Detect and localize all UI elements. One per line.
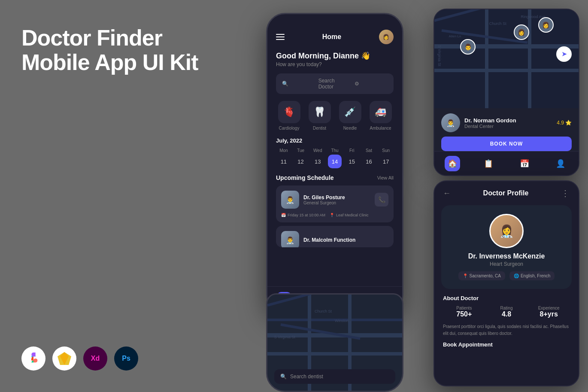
card-top-1: 👨‍⚕️ Dr. Giles Posture General Surgeon 📞 — [281, 191, 388, 209]
dentist-label: Dentist — [313, 126, 326, 131]
day-name-tue: Tue — [297, 148, 304, 153]
map-label-street3: Winston — [335, 319, 349, 323]
day-tue[interactable]: Tue 12 — [293, 148, 309, 168]
doctor-details-1: Dr. Giles Posture General Surgeon — [303, 194, 345, 205]
needle-label: Needle — [343, 126, 357, 131]
ambulance-label: Ambulance — [370, 126, 391, 131]
appointment-card-1: 👨‍⚕️ Dr. Giles Posture General Surgeon 📞… — [276, 185, 394, 222]
day-mon[interactable]: Mon 11 — [276, 148, 291, 168]
user-avatar[interactable]: 👩 — [379, 30, 394, 44]
compass-button[interactable]: ➤ — [556, 46, 572, 62]
rating-value: 4.9 — [557, 120, 564, 126]
day-num-17: 17 — [379, 155, 393, 168]
right-panel-profile: ← Doctor Profile ⋮ 👩‍⚕️ Dr. Inverness Mc… — [433, 180, 579, 386]
stat-rating: Rating 4.8 — [485, 306, 528, 318]
day-wed[interactable]: Wed 13 — [310, 148, 325, 168]
star-icon: ⭐ — [565, 120, 572, 126]
ps-icon: Ps — [114, 346, 138, 371]
doctor-location: Sacramento, CA — [470, 273, 501, 278]
category-cardiology[interactable]: 🫀 Cardiology — [276, 101, 302, 131]
map-doctor-specialty: Dental Center — [464, 124, 516, 129]
profile-meta: 📍 Sacramento, CA 🌐 English, French — [458, 271, 555, 280]
right-panel-map: Church St S Virginia St Winston Ringwood… — [433, 9, 579, 176]
map-street-virginia: S Virginia St — [437, 45, 442, 66]
map-search-bar[interactable]: 🔍 Search dentist — [274, 369, 395, 384]
profile-avatar: 👩‍⚕️ — [489, 214, 524, 248]
ambulance-icon-box: 🚑 — [370, 101, 392, 123]
map-doctor-avatar: 👨‍⚕️ — [441, 113, 460, 132]
schedule-title: Upcoming Schedule — [276, 174, 334, 181]
day-fri[interactable]: Fri 15 — [344, 148, 360, 168]
globe-icon: 🌐 — [514, 273, 519, 278]
dentist-icon-box: 🦷 — [309, 101, 331, 123]
book-appointment-heading: Book Appointment — [443, 341, 570, 348]
calendar-row: Mon 11 Tue 12 Wed 13 Thu 14 Fri 15 — [276, 148, 394, 168]
appointment-card-2: 👨‍⚕️ Dr. Malcolm Function — [276, 226, 394, 247]
rating-value-profile: 4.8 — [485, 310, 528, 318]
day-name-wed: Wed — [313, 148, 322, 153]
doctor-info-1: 👨‍⚕️ Dr. Giles Posture General Surgeon — [281, 191, 345, 209]
category-ambulance[interactable]: 🚑 Ambulance — [367, 101, 394, 131]
appt-date-1: Friday 15 at 10:00 AM — [288, 213, 325, 217]
day-thu[interactable]: Thu 14 — [327, 148, 342, 168]
profile-doctor-specialty: Heart Surgeon — [490, 261, 523, 267]
map-street-allen: Allen Ln — [449, 34, 461, 38]
profile-doctor-name: Dr. Inverness McKenzie — [468, 252, 545, 260]
doctor-name-2: Dr. Malcolm Function — [303, 237, 355, 243]
map-nav-home[interactable]: 🏠 — [445, 156, 460, 171]
phone-header: Home 👩 — [276, 28, 394, 49]
menu-icon[interactable] — [276, 34, 285, 40]
experience-value: 8+yrs — [527, 310, 570, 318]
call-button-1[interactable]: 📞 — [375, 193, 388, 207]
card-top-2: 👨‍⚕️ Dr. Malcolm Function — [281, 231, 388, 247]
home-title: Home — [322, 33, 341, 41]
map-search-icon: 🔍 — [280, 374, 287, 380]
location-pin-icon: 📍 — [463, 273, 468, 278]
app-title: Doctor Finder Mobile App UI Kit — [21, 26, 202, 75]
figma-icon — [21, 346, 45, 371]
appt-location-1: Leaf Medical Clinic — [336, 213, 369, 217]
patients-value: 750+ — [443, 310, 485, 318]
map-nav-calendar[interactable]: 📅 — [517, 156, 532, 171]
greeting-section: Good Morning, Dianne 👋 How are you today… — [276, 49, 394, 73]
map-pin-1[interactable]: 👩 — [514, 24, 529, 40]
map-background: Church St S Virginia St Winston 🔍 Search… — [267, 295, 402, 391]
phone-mockup-home: Home 👩 Good Morning, Dianne 👋 How are yo… — [266, 13, 403, 313]
day-name-sat: Sat — [366, 148, 372, 153]
profile-hero: 👩‍⚕️ Dr. Inverness McKenzie Heart Surgeo… — [441, 205, 572, 289]
doctor-map-card: 👨‍⚕️ Dr. Norman Gordon Dental Center 4.9… — [434, 108, 579, 156]
stat-patients: Patients 750+ — [443, 306, 485, 318]
doctor-details-2: Dr. Malcolm Function — [303, 237, 355, 243]
day-sun[interactable]: Sun 17 — [378, 148, 394, 168]
needle-icon-box: 💉 — [339, 101, 361, 123]
search-bar[interactable]: 🔍 Search Doctor ⚙ — [276, 73, 394, 94]
map-bottom-nav: 🏠 📋 📅 👤 — [434, 151, 579, 175]
day-sat[interactable]: Sat 16 — [361, 148, 377, 168]
category-needle[interactable]: 💉 Needle — [337, 101, 363, 131]
xd-icon: Xd — [83, 346, 107, 371]
doctor-specialty-1: General Surgeon — [303, 201, 345, 205]
map-nav-profile[interactable]: 👤 — [553, 156, 568, 171]
experience-label: Experience — [527, 306, 570, 310]
doctor-avatar-2: 👨‍⚕️ — [281, 231, 299, 247]
map-section: Church St S Virginia St Winston Ringwood… — [434, 9, 579, 108]
book-now-button[interactable]: BOOK NOW — [441, 137, 572, 151]
location-icon: 📍 — [330, 213, 334, 217]
day-num-13: 13 — [311, 155, 324, 168]
day-num-14: 14 — [328, 155, 342, 168]
category-dentist[interactable]: 🦷 Dentist — [306, 101, 333, 131]
more-options-button[interactable]: ⋮ — [561, 188, 570, 198]
map-street-church: Church St — [489, 21, 506, 26]
day-num-15: 15 — [345, 155, 359, 168]
doctor-language: English, French — [521, 273, 550, 278]
back-button[interactable]: ← — [443, 189, 451, 198]
view-all-link[interactable]: View All — [377, 175, 394, 180]
calendar-month: July, 2022 — [276, 137, 394, 144]
day-name-sun: Sun — [382, 148, 390, 153]
map-nav-clipboard[interactable]: 📋 — [481, 156, 496, 171]
day-num-11: 11 — [277, 155, 291, 168]
card-bottom-1: 📅 Friday 15 at 10:00 AM 📍 Leaf Medical C… — [281, 213, 388, 217]
calendar-section: July, 2022 Mon 11 Tue 12 Wed 13 Thu 14 — [276, 137, 394, 168]
day-name-thu: Thu — [331, 148, 338, 153]
rating-label: Rating — [485, 306, 528, 310]
